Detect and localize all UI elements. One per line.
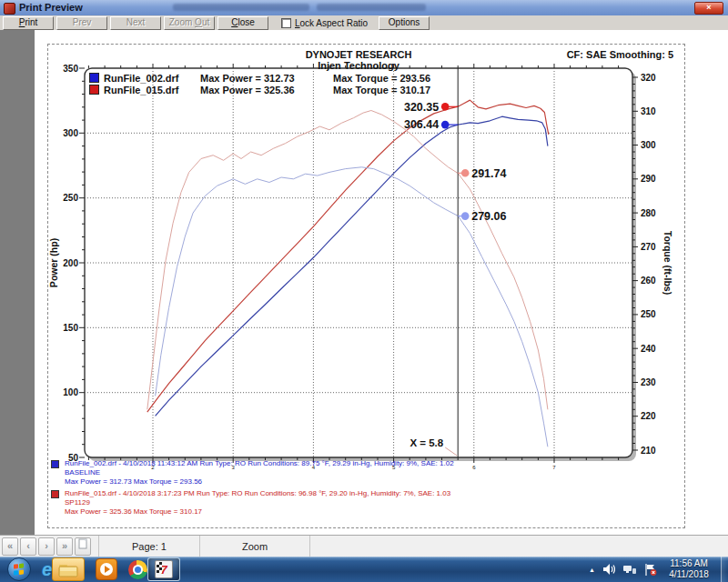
run002-annotation: RunFile_002.drf - 4/10/2018 11:43:12 AM … — [51, 459, 454, 487]
svg-text:230: 230 — [641, 377, 656, 387]
clock-time: 11:56 AM — [661, 558, 717, 569]
hidden-icons-chevron[interactable]: ▲ — [589, 567, 595, 573]
window-close-button[interactable]: × — [694, 2, 723, 15]
taskbar-item-media-player[interactable] — [96, 558, 117, 580]
run015-conditions: RunFile_015.drf - 4/10/2018 3:17:23 PM R… — [65, 489, 450, 498]
prev-button[interactable]: Prev — [56, 16, 107, 30]
start-button[interactable] — [7, 557, 31, 581]
folder-icon — [58, 562, 78, 577]
next-page-button[interactable]: › — [38, 537, 55, 556]
taskbar-item-internet-explorer[interactable]: e — [42, 559, 52, 580]
run002-swatch — [51, 460, 59, 468]
legend-swatch-blue — [89, 73, 99, 83]
left-axis-title: Power (hp) — [48, 238, 59, 287]
svg-text:300: 300 — [63, 128, 78, 138]
next-button[interactable]: Next — [110, 16, 161, 30]
zoom-panel: Zoom — [200, 536, 310, 557]
checker-pattern — [157, 562, 162, 573]
svg-text:260: 260 — [641, 276, 656, 286]
print-button[interactable]: Print — [3, 16, 54, 30]
taskbar-clock[interactable]: 11:56 AM 4/11/2018 — [661, 558, 717, 580]
svg-text:310: 310 — [641, 106, 656, 116]
run015-annotation: RunFile_015.drf - 4/10/2018 3:17:23 PM R… — [51, 489, 450, 517]
legend-max-power: Max Power = 325.36 — [200, 85, 333, 95]
chrome-icon — [128, 560, 147, 579]
legend-swatch-red — [89, 85, 99, 95]
export-page-button[interactable] — [75, 537, 91, 556]
screen: { "window": { "title": "Print Preview", … — [0, 0, 728, 582]
taskbar: e 7 ▲ — [0, 557, 728, 582]
svg-text:291.74: 291.74 — [471, 167, 506, 180]
run015-name: SP1129 — [65, 498, 450, 507]
legend-max-torque: Max Torque = 293.56 — [333, 73, 430, 84]
taskbar-item-chrome[interactable] — [128, 560, 147, 579]
window-title: Print Preview — [19, 2, 83, 13]
run002-conditions: RunFile_002.drf - 4/10/2018 11:43:12 AM … — [65, 459, 454, 468]
system-tray: ▲ — [589, 557, 657, 582]
marker-dot-1 — [441, 121, 450, 129]
title-path-smudge — [317, 4, 426, 11]
svg-text:250: 250 — [641, 309, 656, 319]
right-axis-title: Torque (ft-lbs) — [662, 231, 673, 295]
svg-text:7: 7 — [552, 465, 556, 470]
svg-text:320.35: 320.35 — [404, 101, 439, 114]
chart-graphics: 5010015020025030035021022023024025026027… — [63, 64, 656, 471]
correction-smoothing-note: CF: SAE Smoothing: 5 — [567, 49, 673, 60]
chart-legend: RunFile_002.drf Max Power = 312.73 Max T… — [89, 72, 430, 95]
run015-swatch — [51, 490, 59, 498]
prev-page-button[interactable]: ‹ — [20, 537, 36, 556]
svg-text:306.44: 306.44 — [404, 118, 439, 131]
svg-text:100: 100 — [63, 387, 78, 397]
cursor-x-label: X = 5.8 — [410, 437, 443, 448]
toolbar: Print Prev Next Zoom Out Close Lock Aspe… — [0, 15, 728, 31]
taskbar-item-file-explorer[interactable] — [52, 557, 85, 581]
legend-file: RunFile_002.drf — [104, 73, 200, 84]
run015-maxima: Max Power = 325.36 Max Torque = 310.17 — [65, 507, 450, 517]
media-player-icon — [96, 558, 117, 580]
dynojet-winpep-icon: 7 — [155, 560, 173, 578]
action-center-flag-icon[interactable] — [644, 564, 657, 576]
volume-icon[interactable] — [603, 564, 615, 575]
last-page-button[interactable]: » — [56, 537, 73, 556]
legend-max-power: Max Power = 312.73 — [200, 73, 333, 84]
legend-file: RunFile_015.drf — [104, 85, 200, 95]
app-icon — [4, 3, 15, 15]
first-page-button[interactable]: « — [2, 537, 18, 556]
status-bar: « ‹ › » Page: 1 Zoom — [0, 535, 728, 557]
page-number-panel: Page: 1 — [98, 536, 200, 557]
svg-text:280: 280 — [641, 208, 656, 218]
legend-row-run015: RunFile_015.drf Max Power = 325.36 Max T… — [89, 84, 430, 95]
network-icon[interactable] — [623, 564, 636, 575]
svg-text:320: 320 — [641, 73, 656, 83]
internet-explorer-icon: e — [42, 559, 52, 580]
svg-text:150: 150 — [63, 323, 78, 333]
title-bar: Print Preview × — [0, 0, 728, 16]
preview-area: 5010015020025030035021022023024025026027… — [0, 30, 728, 535]
run002-maxima: Max Power = 312.73 Max Torque = 293.56 — [65, 477, 454, 487]
svg-text:300: 300 — [641, 140, 656, 150]
lock-aspect-ratio-checkbox[interactable] — [281, 18, 291, 28]
legend-row-run002: RunFile_002.drf Max Power = 312.73 Max T… — [89, 72, 430, 84]
zoom-out-button[interactable]: Zoom Out — [164, 16, 215, 30]
show-desktop-button[interactable] — [721, 557, 728, 582]
title-path-smudge — [173, 4, 309, 11]
run002-name: BASELINE — [65, 468, 454, 477]
svg-text:240: 240 — [641, 344, 656, 354]
chart-subtitle: Injen Technology — [35, 60, 682, 71]
svg-text:200: 200 — [63, 258, 78, 268]
lock-aspect-ratio-label: Lock Aspect Ratio — [295, 18, 368, 28]
svg-text:270: 270 — [641, 242, 656, 252]
svg-text:210: 210 — [641, 446, 656, 456]
options-button[interactable]: Options — [379, 16, 430, 30]
svg-text:220: 220 — [641, 411, 656, 421]
close-button[interactable]: Close — [217, 16, 268, 30]
svg-text:6: 6 — [472, 465, 476, 470]
marker-dot-3 — [461, 212, 470, 220]
marker-dot-0 — [441, 103, 450, 111]
lock-aspect-ratio-control: Lock Aspect Ratio — [281, 18, 368, 28]
taskbar-item-dynojet-winpep[interactable]: 7 — [147, 557, 180, 581]
clock-date: 4/11/2018 — [661, 569, 717, 580]
marker-dot-2 — [461, 169, 470, 177]
windows-flag-icon — [14, 563, 25, 575]
svg-text:279.06: 279.06 — [471, 210, 506, 223]
